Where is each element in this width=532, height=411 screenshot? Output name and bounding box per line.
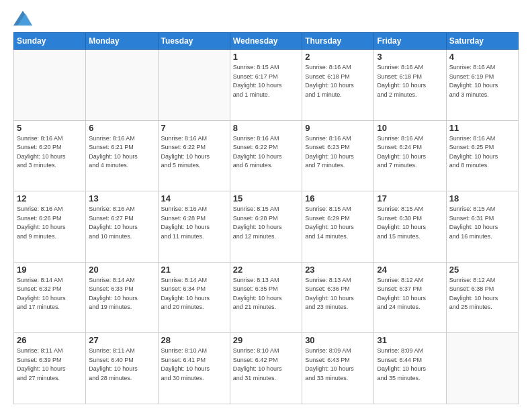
calendar-cell: 8Sunrise: 8:16 AM Sunset: 6:22 PM Daylig…: [230, 120, 302, 191]
day-number: 23: [305, 265, 371, 275]
day-number: 30: [305, 335, 371, 345]
calendar-cell: 6Sunrise: 8:16 AM Sunset: 6:21 PM Daylig…: [86, 120, 158, 191]
day-info: Sunrise: 8:16 AM Sunset: 6:19 PM Dayligh…: [449, 63, 515, 99]
day-number: 7: [161, 123, 227, 133]
day-number: 11: [449, 123, 515, 133]
day-info: Sunrise: 8:09 AM Sunset: 6:43 PM Dayligh…: [305, 347, 371, 383]
calendar-cell: 12Sunrise: 8:16 AM Sunset: 6:26 PM Dayli…: [14, 191, 86, 263]
day-number: 14: [161, 193, 227, 203]
day-info: Sunrise: 8:15 AM Sunset: 6:29 PM Dayligh…: [305, 205, 371, 241]
day-number: 1: [233, 52, 299, 62]
calendar-day-header: Tuesday: [158, 33, 230, 50]
day-number: 13: [89, 193, 154, 203]
calendar-day-header: Thursday: [302, 33, 374, 50]
day-info: Sunrise: 8:12 AM Sunset: 6:38 PM Dayligh…: [449, 276, 515, 312]
day-number: 6: [89, 123, 154, 133]
calendar-cell: 14Sunrise: 8:16 AM Sunset: 6:28 PM Dayli…: [158, 191, 230, 263]
day-info: Sunrise: 8:16 AM Sunset: 6:28 PM Dayligh…: [161, 205, 227, 241]
day-info: Sunrise: 8:16 AM Sunset: 6:26 PM Dayligh…: [17, 205, 83, 241]
calendar-table: SundayMondayTuesdayWednesdayThursdayFrid…: [13, 32, 519, 404]
calendar-day-header: Sunday: [14, 33, 86, 50]
logo: [13, 11, 35, 26]
calendar-header-row: SundayMondayTuesdayWednesdayThursdayFrid…: [14, 33, 519, 50]
calendar-cell: 18Sunrise: 8:15 AM Sunset: 6:31 PM Dayli…: [446, 191, 518, 263]
day-info: Sunrise: 8:16 AM Sunset: 6:27 PM Dayligh…: [89, 205, 154, 241]
day-number: 9: [305, 123, 371, 133]
calendar-week-row: 1Sunrise: 8:15 AM Sunset: 6:17 PM Daylig…: [14, 50, 519, 121]
day-number: 16: [305, 193, 371, 203]
day-number: 20: [89, 265, 154, 275]
day-number: 8: [233, 123, 299, 133]
day-info: Sunrise: 8:11 AM Sunset: 6:39 PM Dayligh…: [17, 347, 83, 383]
day-info: Sunrise: 8:16 AM Sunset: 6:22 PM Dayligh…: [233, 134, 299, 171]
day-info: Sunrise: 8:13 AM Sunset: 6:35 PM Dayligh…: [233, 276, 299, 312]
day-info: Sunrise: 8:11 AM Sunset: 6:40 PM Dayligh…: [89, 347, 154, 383]
day-info: Sunrise: 8:09 AM Sunset: 6:44 PM Dayligh…: [377, 347, 443, 383]
day-info: Sunrise: 8:16 AM Sunset: 6:18 PM Dayligh…: [377, 63, 443, 99]
calendar-cell: 13Sunrise: 8:16 AM Sunset: 6:27 PM Dayli…: [86, 191, 158, 263]
calendar-cell: 29Sunrise: 8:10 AM Sunset: 6:42 PM Dayli…: [230, 333, 302, 404]
calendar-day-header: Wednesday: [230, 33, 302, 50]
day-info: Sunrise: 8:15 AM Sunset: 6:31 PM Dayligh…: [449, 205, 515, 241]
day-number: 17: [377, 193, 443, 203]
calendar-cell: [14, 50, 86, 121]
calendar-cell: 5Sunrise: 8:16 AM Sunset: 6:20 PM Daylig…: [14, 120, 86, 191]
day-info: Sunrise: 8:14 AM Sunset: 6:34 PM Dayligh…: [161, 276, 227, 312]
day-number: 3: [377, 52, 443, 62]
calendar-week-row: 12Sunrise: 8:16 AM Sunset: 6:26 PM Dayli…: [14, 191, 519, 263]
day-number: 28: [161, 335, 227, 345]
calendar-week-row: 19Sunrise: 8:14 AM Sunset: 6:32 PM Dayli…: [14, 262, 519, 333]
day-number: 18: [449, 193, 515, 203]
calendar-cell: 9Sunrise: 8:16 AM Sunset: 6:23 PM Daylig…: [302, 120, 374, 191]
calendar-cell: 4Sunrise: 8:16 AM Sunset: 6:19 PM Daylig…: [446, 50, 518, 121]
day-number: 12: [17, 193, 83, 203]
calendar-cell: 21Sunrise: 8:14 AM Sunset: 6:34 PM Dayli…: [158, 262, 230, 333]
header: [13, 11, 519, 26]
day-number: 19: [17, 265, 83, 275]
calendar-cell: 22Sunrise: 8:13 AM Sunset: 6:35 PM Dayli…: [230, 262, 302, 333]
calendar-cell: 3Sunrise: 8:16 AM Sunset: 6:18 PM Daylig…: [374, 50, 446, 121]
calendar-cell: 16Sunrise: 8:15 AM Sunset: 6:29 PM Dayli…: [302, 191, 374, 263]
day-info: Sunrise: 8:13 AM Sunset: 6:36 PM Dayligh…: [305, 276, 371, 312]
day-number: 2: [305, 52, 371, 62]
day-number: 21: [161, 265, 227, 275]
calendar-cell: 17Sunrise: 8:15 AM Sunset: 6:30 PM Dayli…: [374, 191, 446, 263]
day-number: 15: [233, 193, 299, 203]
calendar-day-header: Saturday: [446, 33, 518, 50]
calendar-cell: 20Sunrise: 8:14 AM Sunset: 6:33 PM Dayli…: [86, 262, 158, 333]
calendar-day-header: Monday: [86, 33, 158, 50]
day-info: Sunrise: 8:12 AM Sunset: 6:37 PM Dayligh…: [377, 276, 443, 312]
calendar-cell: [86, 50, 158, 121]
calendar-cell: 1Sunrise: 8:15 AM Sunset: 6:17 PM Daylig…: [230, 50, 302, 121]
day-info: Sunrise: 8:16 AM Sunset: 6:20 PM Dayligh…: [17, 134, 83, 171]
day-number: 31: [377, 335, 443, 345]
day-info: Sunrise: 8:14 AM Sunset: 6:33 PM Dayligh…: [89, 276, 154, 312]
calendar-cell: 24Sunrise: 8:12 AM Sunset: 6:37 PM Dayli…: [374, 262, 446, 333]
calendar-cell: 11Sunrise: 8:16 AM Sunset: 6:25 PM Dayli…: [446, 120, 518, 191]
day-number: 29: [233, 335, 299, 345]
day-info: Sunrise: 8:10 AM Sunset: 6:41 PM Dayligh…: [161, 347, 227, 383]
day-number: 5: [17, 123, 83, 133]
day-info: Sunrise: 8:16 AM Sunset: 6:18 PM Dayligh…: [305, 63, 371, 99]
day-info: Sunrise: 8:15 AM Sunset: 6:28 PM Dayligh…: [233, 205, 299, 241]
day-info: Sunrise: 8:10 AM Sunset: 6:42 PM Dayligh…: [233, 347, 299, 383]
calendar-cell: 19Sunrise: 8:14 AM Sunset: 6:32 PM Dayli…: [14, 262, 86, 333]
calendar-cell: 23Sunrise: 8:13 AM Sunset: 6:36 PM Dayli…: [302, 262, 374, 333]
logo-icon: [13, 11, 32, 26]
calendar-cell: 26Sunrise: 8:11 AM Sunset: 6:39 PM Dayli…: [14, 333, 86, 404]
calendar-cell: 10Sunrise: 8:16 AM Sunset: 6:24 PM Dayli…: [374, 120, 446, 191]
day-number: 25: [449, 265, 515, 275]
calendar-cell: 7Sunrise: 8:16 AM Sunset: 6:22 PM Daylig…: [158, 120, 230, 191]
day-info: Sunrise: 8:15 AM Sunset: 6:30 PM Dayligh…: [377, 205, 443, 241]
calendar-week-row: 5Sunrise: 8:16 AM Sunset: 6:20 PM Daylig…: [14, 120, 519, 191]
day-info: Sunrise: 8:14 AM Sunset: 6:32 PM Dayligh…: [17, 276, 83, 312]
calendar-cell: 28Sunrise: 8:10 AM Sunset: 6:41 PM Dayli…: [158, 333, 230, 404]
calendar-cell: 15Sunrise: 8:15 AM Sunset: 6:28 PM Dayli…: [230, 191, 302, 263]
day-number: 27: [89, 335, 154, 345]
calendar-cell: 2Sunrise: 8:16 AM Sunset: 6:18 PM Daylig…: [302, 50, 374, 121]
calendar-cell: 25Sunrise: 8:12 AM Sunset: 6:38 PM Dayli…: [446, 262, 518, 333]
calendar-week-row: 26Sunrise: 8:11 AM Sunset: 6:39 PM Dayli…: [14, 333, 519, 404]
calendar-cell: 27Sunrise: 8:11 AM Sunset: 6:40 PM Dayli…: [86, 333, 158, 404]
day-number: 24: [377, 265, 443, 275]
calendar-cell: 30Sunrise: 8:09 AM Sunset: 6:43 PM Dayli…: [302, 333, 374, 404]
